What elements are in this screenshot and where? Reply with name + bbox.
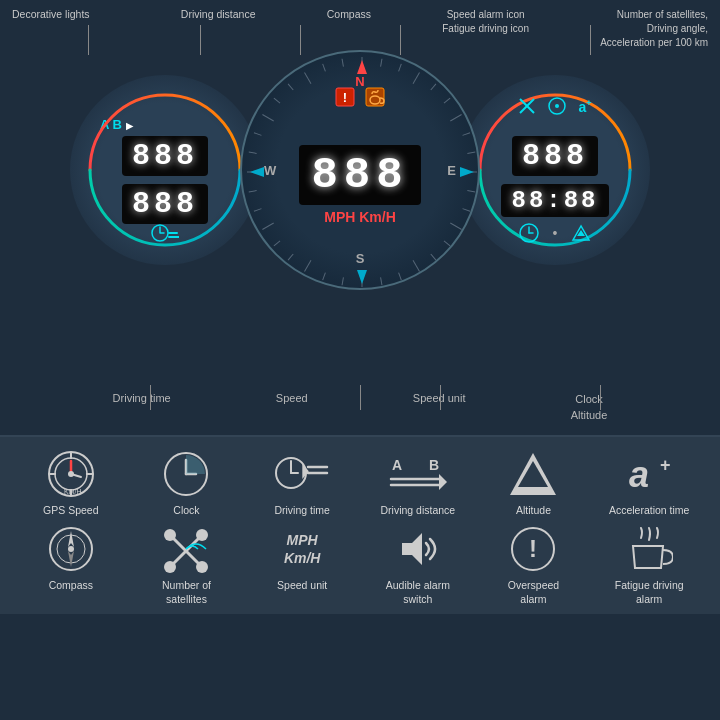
bottom-label-speed: Speed [276, 392, 308, 423]
icon-fatigue[interactable]: Fatigue drivingalarm [593, 524, 705, 606]
svg-line-17 [399, 273, 402, 281]
svg-line-15 [431, 254, 436, 260]
svg-text:a: a [629, 454, 649, 495]
svg-line-23 [288, 254, 293, 260]
svg-line-16 [413, 260, 420, 271]
alarm-icons-row: ! [334, 86, 386, 108]
right-bottom-icons: • [519, 223, 592, 243]
label-fatigue: Fatigue drivingalarm [615, 579, 684, 606]
svg-line-5 [431, 84, 436, 90]
label-satellites: Number ofsatellites [162, 579, 211, 606]
label-speed-unit: Speed unit [277, 579, 327, 591]
icon-clock[interactable]: Clock [131, 449, 243, 516]
icon-altitude[interactable]: Altitude [478, 449, 590, 516]
svg-marker-85 [68, 551, 74, 567]
svg-text:B: B [429, 457, 439, 473]
bottom-label-driving-time: Driving time [113, 392, 171, 423]
svg-line-22 [305, 260, 312, 271]
svg-line-25 [262, 223, 273, 230]
svg-point-91 [164, 561, 176, 573]
svg-line-8 [463, 133, 471, 136]
svg-line-3 [399, 64, 402, 72]
center-compass-circle: N S W E ! [240, 50, 480, 290]
svg-line-30 [254, 133, 262, 136]
svg-point-89 [164, 529, 176, 541]
icon-gps-speed[interactable]: KM/H GPS Speed [15, 449, 127, 516]
icon-alarm-switch[interactable]: Audible alarmswitch [362, 524, 474, 606]
svg-point-90 [196, 529, 208, 541]
label-compass: Compass [49, 579, 93, 591]
svg-line-11 [467, 191, 475, 192]
svg-line-35 [323, 64, 326, 72]
label-gps-speed: GPS Speed [43, 504, 98, 516]
svg-line-27 [249, 191, 257, 192]
svg-point-86 [68, 546, 74, 552]
driving-time-icon-small [151, 223, 179, 247]
svg-text:+: + [660, 455, 671, 475]
left-display-circle: A B ▶ 888 888 [70, 75, 260, 265]
svg-text:!: ! [529, 535, 537, 562]
svg-line-18 [381, 277, 382, 285]
label-alarm-switch: Audible alarmswitch [386, 579, 450, 606]
svg-line-26 [254, 209, 262, 212]
svg-marker-93 [402, 533, 422, 565]
svg-line-14 [444, 241, 450, 246]
svg-line-7 [450, 115, 461, 122]
icon-speed-unit[interactable]: MPH Km/H Speed unit [246, 524, 358, 606]
label-driving-distance: Driving distance [181, 8, 256, 50]
label-clock: Clock [173, 504, 199, 516]
svg-marker-40 [460, 167, 474, 177]
svg-line-31 [262, 115, 273, 122]
svg-marker-77 [439, 474, 447, 490]
label-right-top: Number of satellites,Driving angle,Accel… [600, 8, 708, 50]
svg-line-21 [323, 273, 326, 281]
right-top-icons: a+ [518, 97, 591, 115]
label-driving-distance: Driving distance [380, 504, 455, 516]
right-display-circle: a+ 888 88:88 • [460, 75, 650, 265]
label-overspeed: Overspeedalarm [508, 579, 559, 606]
icon-compass[interactable]: Compass [15, 524, 127, 606]
svg-text:KM/H: KM/H [64, 488, 82, 495]
svg-line-32 [274, 98, 280, 103]
svg-point-92 [196, 561, 208, 573]
svg-point-62 [68, 471, 74, 477]
icon-driving-distance[interactable]: A B Driving distance [362, 449, 474, 516]
svg-marker-84 [68, 531, 74, 547]
icon-overspeed[interactable]: ! Overspeedalarm [478, 524, 590, 606]
svg-line-29 [249, 152, 257, 153]
svg-line-20 [342, 277, 343, 285]
svg-text:A: A [392, 457, 402, 473]
svg-line-24 [274, 241, 280, 246]
svg-marker-37 [357, 60, 367, 74]
label-decorative-lights: Decorative lights [12, 8, 90, 50]
svg-line-4 [413, 72, 420, 83]
compass-w: W [264, 163, 276, 178]
label-driving-time: Driving time [274, 504, 329, 516]
icon-satellites[interactable]: Number ofsatellites [131, 524, 243, 606]
svg-line-34 [305, 72, 312, 83]
icon-acceleration-time[interactable]: a + Acceleration time [593, 449, 705, 516]
compass-e: E [447, 163, 456, 178]
svg-marker-39 [250, 167, 264, 177]
label-altitude: Altitude [516, 504, 551, 516]
svg-text:!: ! [343, 90, 347, 105]
icon-driving-time[interactable]: Driving time [246, 449, 358, 516]
svg-line-36 [342, 59, 343, 67]
svg-line-13 [450, 223, 461, 230]
svg-line-6 [444, 98, 450, 103]
svg-line-2 [381, 59, 382, 67]
svg-point-48 [555, 104, 559, 108]
svg-marker-38 [357, 270, 367, 284]
label-acceleration-time: Acceleration time [609, 504, 690, 516]
compass-s: S [356, 251, 365, 266]
svg-line-12 [463, 209, 471, 212]
bottom-label-clock-altitude: ClockAltitude [571, 392, 608, 423]
svg-line-9 [467, 152, 475, 153]
label-speed-alarm: Speed alarm iconFatigue driving icon [442, 8, 529, 50]
label-compass: Compass [327, 8, 371, 50]
svg-line-33 [288, 84, 293, 90]
